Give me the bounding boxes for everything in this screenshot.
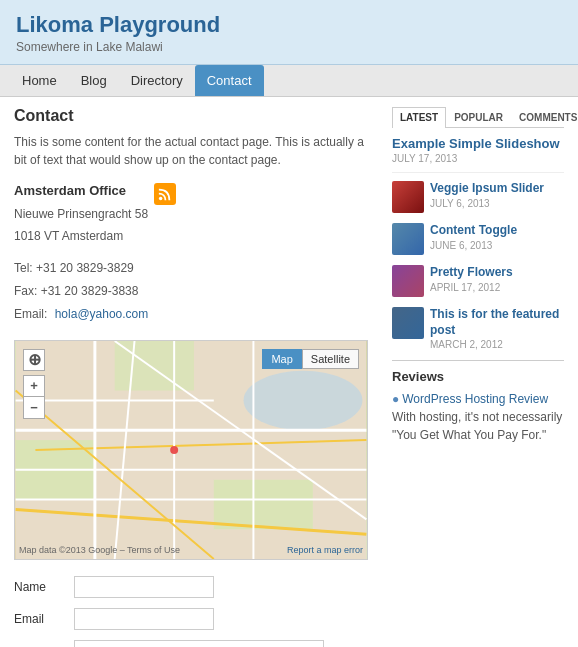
post-thumb-veggie xyxy=(392,181,424,213)
name-input[interactable] xyxy=(74,576,214,598)
page-description: This is some content for the actual cont… xyxy=(14,133,378,169)
sidebar: LATEST POPULAR COMMENTS TAGS Example Sim… xyxy=(392,107,564,647)
contact-details: Tel: +31 20 3829-3829 Fax: +31 20 3829-3… xyxy=(14,257,378,325)
reviews-content: ●WordPress Hosting Review With hosting, … xyxy=(392,390,564,444)
map-zoom-out[interactable]: − xyxy=(23,397,45,419)
office-title: Amsterdam Office xyxy=(14,183,148,198)
reviews-link[interactable]: WordPress Hosting Review xyxy=(402,392,548,406)
post-info-flowers: Pretty Flowers APRIL 17, 2012 xyxy=(430,265,564,293)
rss-button[interactable] xyxy=(154,183,176,205)
tab-comments[interactable]: COMMENTS xyxy=(511,107,578,127)
form-row-name: Name xyxy=(14,576,378,598)
city: 1018 VT Amsterdam xyxy=(14,229,123,243)
nav-contact[interactable]: Contact xyxy=(195,65,264,96)
email-line: Email: hola@yahoo.com xyxy=(14,303,378,326)
slideshow-entry: Example Simple Slideshow JULY 17, 2013 xyxy=(392,136,564,173)
post-date-toggle: JUNE 6, 2013 xyxy=(430,240,564,251)
list-item: This is for the featured post MARCH 2, 2… xyxy=(392,307,564,350)
post-thumb-flowers xyxy=(392,265,424,297)
list-item: Pretty Flowers APRIL 17, 2012 xyxy=(392,265,564,297)
post-thumb-featured xyxy=(392,307,424,339)
content-area: Contact This is some content for the act… xyxy=(14,107,378,647)
form-row-email: Email xyxy=(14,608,378,630)
map-footer: Map data ©2013 Google – Terms of Use xyxy=(19,545,180,555)
map-report[interactable]: Report a map error xyxy=(287,545,363,555)
post-thumb-toggle xyxy=(392,223,424,255)
email-link[interactable]: hola@yahoo.com xyxy=(55,307,149,321)
nav-blog[interactable]: Blog xyxy=(69,65,119,96)
form-row-message: Message xyxy=(14,640,378,647)
tab-latest[interactable]: LATEST xyxy=(392,107,446,128)
map-svg xyxy=(15,341,367,559)
post-info-featured: This is for the featured post MARCH 2, 2… xyxy=(430,307,564,350)
name-label: Name xyxy=(14,580,74,594)
post-date-veggie: JULY 6, 2013 xyxy=(430,198,564,209)
address-text: Nieuwe Prinsengracht 58 1018 VT Amsterda… xyxy=(14,204,148,247)
nav-bar: Home Blog Directory Contact xyxy=(0,65,578,97)
post-date-flowers: APRIL 17, 2012 xyxy=(430,282,564,293)
site-header: Likoma Playground Somewhere in Lake Mala… xyxy=(0,0,578,65)
office-block: Amsterdam Office Nieuwe Prinsengracht 58… xyxy=(14,183,378,247)
map-btn-satellite[interactable]: Satellite xyxy=(302,349,359,369)
map-canvas xyxy=(15,341,367,559)
email-form-label: Email xyxy=(14,612,74,626)
svg-point-18 xyxy=(170,446,178,454)
post-title-featured[interactable]: This is for the featured post xyxy=(430,307,564,338)
list-item: Content Toggle JUNE 6, 2013 xyxy=(392,223,564,255)
post-date-featured: MARCH 2, 2012 xyxy=(430,339,564,350)
svg-point-2 xyxy=(244,370,363,429)
reviews-body: With hosting, it's not necessarily "You … xyxy=(392,410,562,442)
street: Nieuwe Prinsengracht 58 xyxy=(14,207,148,221)
post-title-flowers[interactable]: Pretty Flowers xyxy=(430,265,564,281)
email-input[interactable] xyxy=(74,608,214,630)
post-title-toggle[interactable]: Content Toggle xyxy=(430,223,564,239)
post-title-veggie[interactable]: Veggie Ipsum Slider xyxy=(430,181,564,197)
map-controls: ⊕ + − xyxy=(23,349,45,419)
tab-popular[interactable]: POPULAR xyxy=(446,107,511,127)
slideshow-date: JULY 17, 2013 xyxy=(392,153,564,164)
svg-point-0 xyxy=(159,197,163,201)
svg-rect-4 xyxy=(214,479,313,529)
site-tagline: Somewhere in Lake Malawi xyxy=(16,40,562,54)
tel: Tel: +31 20 3829-3829 xyxy=(14,257,378,280)
message-input[interactable] xyxy=(74,640,324,647)
main-content: Contact This is some content for the act… xyxy=(0,97,578,647)
post-info-veggie: Veggie Ipsum Slider JULY 6, 2013 xyxy=(430,181,564,209)
sidebar-tabs: LATEST POPULAR COMMENTS TAGS xyxy=(392,107,564,128)
map-crosshair-btn[interactable]: ⊕ xyxy=(23,349,45,371)
nav-home[interactable]: Home xyxy=(10,65,69,96)
reviews-title: Reviews xyxy=(392,360,564,384)
list-item: Veggie Ipsum Slider JULY 6, 2013 xyxy=(392,181,564,213)
page-title: Contact xyxy=(14,107,378,125)
slideshow-title[interactable]: Example Simple Slideshow xyxy=(392,136,564,151)
post-list: Veggie Ipsum Slider JULY 6, 2013 Content… xyxy=(392,181,564,350)
bullet-icon: ● xyxy=(392,392,399,406)
map-type-selector: Map Satellite xyxy=(262,349,359,369)
rss-icon xyxy=(158,187,172,201)
post-info-toggle: Content Toggle JUNE 6, 2013 xyxy=(430,223,564,251)
map-btn-map[interactable]: Map xyxy=(262,349,301,369)
site-title: Likoma Playground xyxy=(16,12,562,38)
contact-form: Name Email Message xyxy=(14,576,378,647)
map-container: ⊕ + − Map Satellite Map data ©2013 Googl… xyxy=(14,340,368,560)
email-label: Email: xyxy=(14,307,47,321)
reviews-section: Reviews ●WordPress Hosting Review With h… xyxy=(392,360,564,444)
nav-directory[interactable]: Directory xyxy=(119,65,195,96)
map-zoom-in[interactable]: + xyxy=(23,375,45,397)
fax: Fax: +31 20 3829-3838 xyxy=(14,280,378,303)
